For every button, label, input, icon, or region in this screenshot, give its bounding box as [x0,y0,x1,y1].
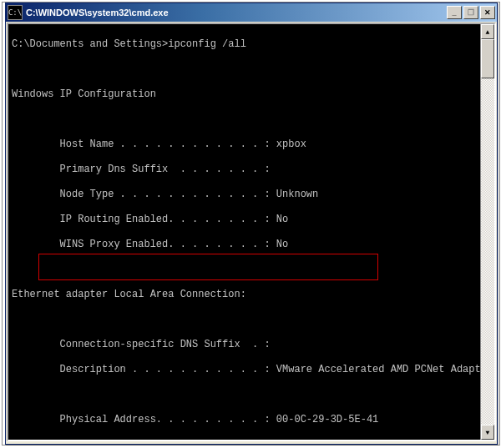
blank-line [12,113,477,126]
vertical-scrollbar[interactable]: ▲ ▼ [480,24,494,440]
cmd-window: C:\ C:\WINDOWS\system32\cmd.exe _ ❐ ✕ C:… [5,3,498,445]
window-title: C:\WINDOWS\system32\cmd.exe [26,8,447,18]
config-row-dnssuffix: Primary Dns Suffix . . . . . . . : [12,164,477,176]
config-row-winsproxy: WINS Proxy Enabled. . . . . . . . : No [12,239,477,251]
cmd-icon: C:\ [8,5,23,20]
config-row-hostname: Host Name . . . . . . . . . . . . : xpbo… [12,138,477,151]
blank-line [12,389,477,401]
ipconfig-header: Windows IP Configuration [12,88,477,101]
blank-line [12,63,477,76]
console-frame: C:\Documents and Settings>ipconfig /all … [7,23,496,441]
config-row-nodetype: Node Type . . . . . . . . . . . . : Unkn… [12,189,477,201]
scroll-up-button[interactable]: ▲ [481,24,494,39]
console-output[interactable]: C:\Documents and Settings>ipconfig /all … [8,24,480,440]
screenshot-frame: C:\ C:\WINDOWS\system32\cmd.exe _ ❐ ✕ C:… [2,2,500,445]
minimize-button[interactable]: _ [447,6,462,19]
adapter-row-dhcp: Dhcp Enabled. . . . . . . . . . . : No [12,439,477,440]
scroll-track[interactable] [481,39,494,425]
titlebar[interactable]: C:\ C:\WINDOWS\system32\cmd.exe _ ❐ ✕ [6,3,497,22]
maximize-button[interactable]: ❐ [463,6,478,19]
close-button[interactable]: ✕ [480,6,495,19]
adapter-row-physaddr: Physical Address. . . . . . . . . : 00-0… [12,414,477,426]
command-text: ipconfig /all [168,38,246,50]
adapter-row-description: Description . . . . . . . . . . . : VMwa… [12,364,477,376]
adapter-row-connsuffix: Connection-specific DNS Suffix . : [12,339,477,351]
adapter-header: Ethernet adapter Local Area Connection: [12,289,477,301]
scroll-down-button[interactable]: ▼ [481,425,494,440]
dns-highlight-annotation [38,254,378,280]
window-controls: _ ❐ ✕ [447,6,495,19]
blank-line [12,314,477,326]
scroll-thumb[interactable] [481,39,494,78]
prompt-path: C:\Documents and Settings> [12,38,168,50]
config-row-iprouting: IP Routing Enabled. . . . . . . . : No [12,214,477,226]
